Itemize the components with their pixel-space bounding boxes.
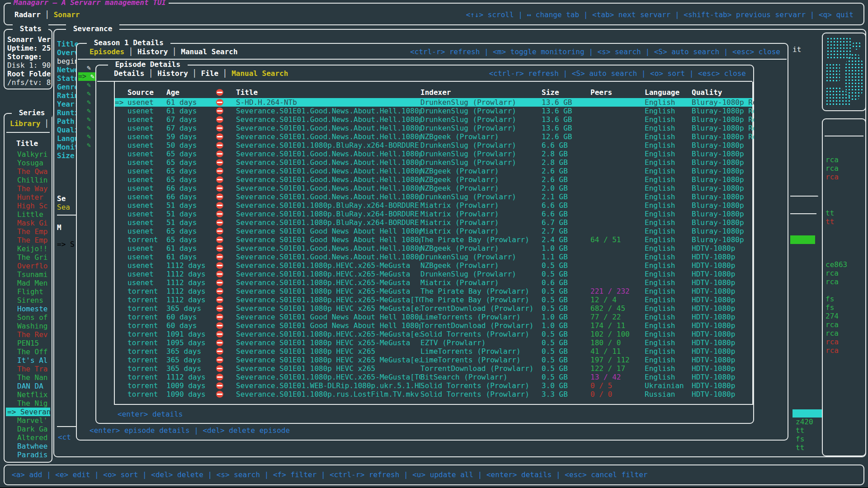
series-item[interactable]: Homeste: [6, 305, 50, 313]
severance-field-label: Rating: [57, 91, 78, 100]
age-cell: 1009 days: [166, 381, 216, 390]
series-item[interactable]: Washing: [6, 322, 50, 330]
series-item[interactable]: Hunter: [6, 193, 50, 202]
column-header: Language: [645, 88, 692, 97]
tab-ep-history[interactable]: History: [157, 69, 188, 78]
tab-season-history[interactable]: History: [137, 47, 168, 56]
table-row[interactable]: usenet65 daysSeverance.S01E01.Good.News.…: [115, 167, 752, 175]
series-tab-library[interactable]: Library│: [10, 119, 49, 128]
table-row[interactable]: usenet51 daysSeverance.S01E01.1080p.BluR…: [115, 201, 752, 210]
tab-ep-details[interactable]: Details: [114, 69, 144, 78]
table-row[interactable]: usenet67 daysSeverance.S01E01.Good.News.…: [115, 115, 752, 124]
table-row[interactable]: torrent60 daysSeverance S01E01 Good News…: [115, 321, 752, 330]
poster-dot-art: [852, 42, 862, 50]
table-row[interactable]: usenet61 daysSeverance.S01E01.Good.News.…: [115, 253, 752, 261]
tab-episodes[interactable]: Episodes: [90, 47, 124, 56]
table-row[interactable]: torrent1090 daysSeverance.S01E01.1080p.r…: [115, 390, 752, 399]
series-item[interactable]: The Way: [6, 184, 50, 193]
table-row[interactable]: usenet59 daysSeverance.S01E01.Good.News.…: [115, 132, 752, 141]
table-row[interactable]: torrent1112 daysSeverance S01E01 1080p H…: [115, 287, 752, 296]
table-row[interactable]: torrent65 daysSeverance S01E01 Good News…: [115, 235, 752, 244]
series-item[interactable]: The Emp: [6, 227, 50, 236]
reject-icon: [216, 381, 236, 390]
table-row[interactable]: usenet65 daysSeverance.S01E01.Good.News.…: [115, 150, 752, 158]
series-item[interactable]: DAN DA: [6, 382, 50, 390]
series-item[interactable]: High Sc: [6, 202, 50, 210]
quality-cell: Bluray-1080p: [692, 210, 754, 218]
clipped-cell-fragment: z420: [796, 418, 813, 426]
series-item[interactable]: Netflix: [6, 390, 50, 399]
series-item[interactable]: Dark Ga: [6, 425, 50, 433]
series-item[interactable]: The Qwa: [6, 167, 50, 176]
series-item[interactable]: Altered: [6, 433, 50, 442]
language-cell: English: [645, 253, 692, 261]
indexer-cell: DrunkenSlug (Prowlarr): [420, 270, 542, 278]
title-cell: Severance.S01E01.1080p.HEVC.x265-MeGusta: [236, 278, 420, 287]
indexer-cell: Miatrix (Prowlarr): [420, 218, 542, 227]
table-row[interactable]: usenet67 daysSeverance.S01E01.Good.News.…: [115, 124, 752, 132]
tab-ep-file[interactable]: File: [201, 69, 219, 78]
season-episode-row-selected[interactable]: => ✎: [78, 72, 96, 81]
series-item[interactable]: The Nan: [6, 373, 50, 382]
series-item[interactable]: Little: [6, 210, 50, 219]
series-item[interactable]: Sirens: [6, 296, 50, 305]
series-item[interactable]: PEN15: [6, 339, 50, 347]
table-row[interactable]: torrent60 daysSeverance S01E01 Good News…: [115, 313, 752, 321]
series-item[interactable]: The Gri: [6, 253, 50, 262]
table-row[interactable]: torrent1009 daysSeverance.S01E01.WEB-DLR…: [115, 381, 752, 390]
series-item-selected[interactable]: => Severan: [6, 408, 50, 416]
table-row[interactable]: torrent1095 daysSeverance S01E01 1080p H…: [115, 338, 752, 347]
series-item[interactable]: Mask Gi: [6, 219, 50, 227]
size-cell: 1.1 GB: [542, 253, 590, 261]
table-row[interactable]: usenet66 daysSeverance.S01E01.Good.News.…: [115, 184, 752, 192]
table-row[interactable]: usenet65 daysSeverance.S01E01.Good.News.…: [115, 158, 752, 167]
series-item[interactable]: The Off: [6, 347, 50, 356]
table-row[interactable]: usenet65 daysSeverance.S01E01.Good.News.…: [115, 175, 752, 184]
table-row[interactable]: =>usenet61 daysS-HD.H.264-NTbDrunkenSlug…: [115, 98, 752, 107]
tab-season-manual-search[interactable]: Manual Search: [181, 47, 237, 56]
table-row[interactable]: usenet51 daysSeverance.S01E01.1080p.BluR…: [115, 210, 752, 218]
table-row[interactable]: torrent1112 daysSeverance.S01E01.1080p.H…: [115, 373, 752, 381]
table-row[interactable]: usenet1112 daysSeverance.S01E01.1080p.HE…: [115, 278, 752, 287]
series-item[interactable]: It's Al: [6, 356, 50, 365]
table-row[interactable]: usenet65 daysSeverance S01E01 Good News …: [115, 227, 752, 235]
series-item[interactable]: The Rev: [6, 330, 50, 339]
table-row[interactable]: usenet61 daysSeverance.S01E01.Good.News.…: [115, 244, 752, 253]
series-item[interactable]: Flight: [6, 287, 50, 296]
series-item[interactable]: Mad Men: [6, 279, 50, 287]
series-item[interactable]: Valkyri: [6, 150, 50, 159]
indexer-cell: DrunkenSlug (Prowlarr): [420, 124, 542, 132]
tab-ep-manual-search[interactable]: Manual Search: [231, 69, 288, 78]
series-item[interactable]: Sons of: [6, 313, 50, 322]
table-row[interactable]: torrent365 daysSeverance S01E01 1080p HE…: [115, 356, 752, 364]
series-item[interactable]: Overflo: [6, 262, 50, 270]
indexer-cell: TorrentDownload (Prowlarr): [420, 321, 542, 330]
table-row[interactable]: torrent365 daysSeverance S01E01 1080p HE…: [115, 364, 752, 373]
language-cell: English: [645, 347, 692, 356]
table-row[interactable]: usenet66 daysSeverance.S01E01.Good.News.…: [115, 192, 752, 201]
table-row[interactable]: torrent1091 daysSeverance.S01E01.1080p.H…: [115, 330, 752, 338]
table-row[interactable]: usenet50 daysSeverance.S01E01.1080p.BluR…: [115, 141, 752, 150]
series-item[interactable]: The Emp: [6, 236, 50, 244]
series-item[interactable]: Paradis: [6, 450, 50, 459]
title-cell: Severance.S01E01.1080p.BluRay.x264-BORDU…: [236, 141, 420, 150]
table-row[interactable]: torrent1112 daysSeverance.S01E01.1080p.H…: [115, 296, 752, 304]
table-row[interactable]: torrent365 daysSeverance S01E01 1080p HE…: [115, 347, 752, 356]
series-item[interactable]: Keijo!!: [6, 244, 50, 253]
series-item[interactable]: The Tra: [6, 365, 50, 373]
series-item[interactable]: The Nig: [6, 399, 50, 408]
table-row[interactable]: usenet61 daysSeverance.S01E01.Good.News.…: [115, 107, 752, 115]
clipped-cell-fragment: rca: [826, 277, 839, 286]
series-item[interactable]: Yosuga: [6, 159, 50, 167]
table-row[interactable]: usenet1112 daysSeverance.S01E01.1080p.HE…: [115, 261, 752, 270]
table-row[interactable]: torrent365 daysSeverance S01E01 1080p HE…: [115, 304, 752, 313]
language-cell: English: [645, 373, 692, 381]
table-row[interactable]: usenet51 daysSeverance.S01E01.1080p.BluR…: [115, 218, 752, 227]
table-row[interactable]: usenet1112 daysSeverance.S01E01.1080p.HE…: [115, 270, 752, 278]
tab-sonarr[interactable]: Sonarr: [54, 10, 80, 19]
tab-radarr[interactable]: Radarr: [14, 10, 41, 19]
series-item[interactable]: Marvel': [6, 416, 50, 425]
series-item[interactable]: Tsunami: [6, 270, 50, 279]
series-item[interactable]: Chillin: [6, 176, 50, 184]
series-item[interactable]: Batwhee: [6, 442, 50, 450]
